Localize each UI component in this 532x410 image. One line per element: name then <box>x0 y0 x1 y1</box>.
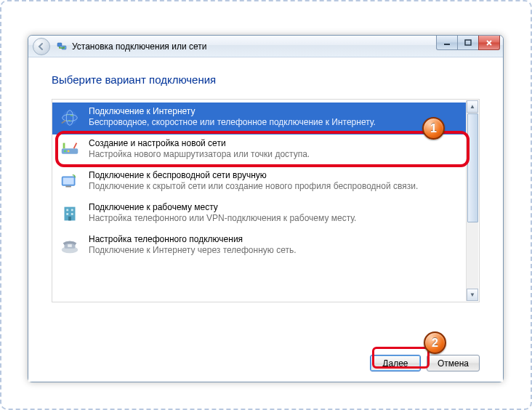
svg-rect-3 <box>465 40 471 45</box>
router-icon <box>58 138 81 161</box>
option-title: Подключение к беспроводной сети вручную <box>89 170 460 181</box>
option-dialup[interactable]: Настройка телефонного подключения Подклю… <box>52 230 466 262</box>
svg-point-9 <box>68 150 70 152</box>
option-new-network[interactable]: Создание и настройка новой сети Настройк… <box>52 134 466 166</box>
close-button[interactable] <box>478 36 500 50</box>
back-button[interactable] <box>33 38 50 55</box>
option-internet[interactable]: Подключение к Интернету Беспроводное, ск… <box>52 102 466 134</box>
svg-rect-22 <box>68 244 72 247</box>
svg-rect-17 <box>66 213 68 215</box>
option-desc: Настройка телефонного или VPN-подключени… <box>89 213 460 224</box>
scroll-up-button[interactable]: ▲ <box>467 100 478 113</box>
svg-rect-13 <box>65 186 71 188</box>
annotation-marker-2: 2 <box>424 331 446 354</box>
page-heading: Выберите вариант подключения <box>52 73 480 86</box>
option-desc: Подключение к Интернету через телефонную… <box>89 245 460 256</box>
scroll-down-button[interactable]: ▼ <box>467 289 478 301</box>
option-title: Подключение к Интернету <box>89 106 460 117</box>
titlebar-text: Установка подключения или сети <box>72 41 206 52</box>
minimize-button[interactable] <box>436 36 458 50</box>
svg-point-8 <box>64 150 66 152</box>
titlebar: Установка подключения или сети <box>28 36 503 57</box>
option-title: Создание и настройка новой сети <box>89 138 460 149</box>
next-button[interactable]: Далее <box>370 355 421 371</box>
network-wizard-icon <box>56 41 68 52</box>
maximize-button[interactable] <box>457 36 479 50</box>
window-controls <box>437 36 500 50</box>
svg-rect-0 <box>57 43 62 47</box>
wizard-dialog: Установка подключения или сети Выберите … <box>28 35 504 382</box>
phone-icon <box>58 234 81 257</box>
option-title: Подключение к рабочему месту <box>89 202 460 213</box>
svg-rect-2 <box>444 44 450 45</box>
wifi-monitor-icon <box>58 170 81 193</box>
globe-icon <box>58 106 81 129</box>
svg-rect-16 <box>71 209 73 211</box>
option-wireless-manual[interactable]: Подключение к беспроводной сети вручную … <box>52 166 466 198</box>
svg-rect-15 <box>66 209 68 211</box>
svg-rect-10 <box>63 143 65 149</box>
svg-rect-19 <box>68 217 71 221</box>
option-desc: Подключение к скрытой сети или создание … <box>89 181 460 192</box>
option-title: Настройка телефонного подключения <box>89 234 460 245</box>
scroll-thumb[interactable] <box>467 113 478 222</box>
svg-point-4 <box>63 110 78 126</box>
svg-rect-18 <box>71 213 73 215</box>
button-row: Далее Отмена <box>52 355 480 371</box>
scrollbar[interactable]: ▲ ▼ <box>466 100 478 301</box>
cancel-button[interactable]: Отмена <box>427 355 480 371</box>
svg-rect-12 <box>63 177 74 184</box>
building-icon <box>58 202 81 225</box>
option-desc: Настройка нового маршрутизатора или точк… <box>89 149 460 160</box>
annotation-marker-1: 1 <box>422 117 445 140</box>
connection-options-list: Подключение к Интернету Беспроводное, ск… <box>52 99 480 302</box>
option-workplace[interactable]: Подключение к рабочему месту Настройка т… <box>52 198 466 230</box>
option-desc: Беспроводное, скоростное или телефонное … <box>89 117 460 128</box>
